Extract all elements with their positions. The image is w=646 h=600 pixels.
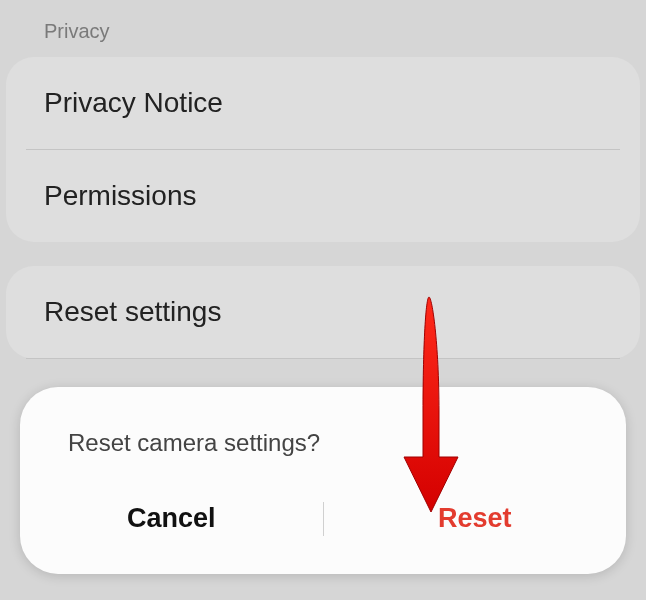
privacy-section-header: Privacy [0, 0, 646, 57]
reset-card: Reset settings [6, 266, 640, 359]
dialog-title: Reset camera settings? [20, 387, 626, 493]
reset-button[interactable]: Reset [324, 493, 627, 544]
reset-settings-item[interactable]: Reset settings [6, 266, 640, 358]
cancel-button[interactable]: Cancel [20, 493, 323, 544]
privacy-notice-item[interactable]: Privacy Notice [6, 57, 640, 149]
divider [26, 358, 620, 359]
privacy-card: Privacy Notice Permissions [6, 57, 640, 242]
reset-confirm-dialog: Reset camera settings? Cancel Reset [20, 387, 626, 574]
dialog-button-row: Cancel Reset [20, 493, 626, 574]
permissions-item[interactable]: Permissions [6, 150, 640, 242]
